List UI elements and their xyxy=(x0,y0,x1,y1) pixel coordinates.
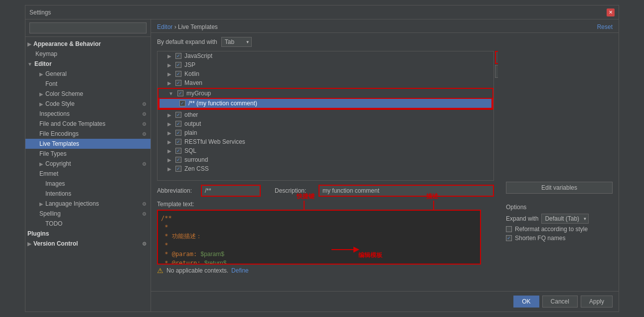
define-link[interactable]: Define xyxy=(231,267,249,274)
cancel-button[interactable]: Cancel xyxy=(542,296,578,308)
sidebar-item-images[interactable]: Images xyxy=(25,179,151,189)
template-surround[interactable]: ▶ surround xyxy=(158,155,493,164)
template-label: other xyxy=(184,111,198,118)
ok-button[interactable]: OK xyxy=(513,296,539,308)
template-jsp[interactable]: ▶ JSP xyxy=(158,60,493,69)
sidebar-item-file-code-templates[interactable]: File and Code Templates ⚙ xyxy=(25,119,151,129)
templates-col: ▶ JavaScript ▶ JSP xyxy=(157,51,498,287)
gear-icon: ⚙ xyxy=(142,211,147,217)
no-context-text: No applicable contexts. xyxy=(166,267,228,274)
sidebar-item-appearance[interactable]: ▶ Appearance & Behavior xyxy=(25,39,151,49)
template-output[interactable]: ▶ output xyxy=(158,119,493,128)
template-label: JSP xyxy=(184,61,195,68)
sidebar-item-code-style[interactable]: ▶ Code Style ⚙ xyxy=(25,99,151,109)
sidebar-item-language-injections[interactable]: ▶ Language Injections ⚙ xyxy=(25,199,151,209)
template-plain[interactable]: ▶ plain xyxy=(158,128,493,137)
add-template-button[interactable]: + xyxy=(495,51,498,64)
template-other[interactable]: ▶ other xyxy=(158,110,493,119)
expand-with-dropdown[interactable]: Default (Tab) Tab Space Enter xyxy=(541,214,589,224)
annotation-edit: 编辑模板 xyxy=(331,242,382,260)
expand-arrow-icon: ▶ xyxy=(167,53,171,59)
checkbox-maven[interactable] xyxy=(175,80,181,86)
shorten-fq-row: Shorten FQ names xyxy=(506,235,613,242)
breadcrumb-editor[interactable]: Editor xyxy=(157,23,172,30)
template-label: Kotlin xyxy=(184,70,199,77)
reset-link[interactable]: Reset xyxy=(597,23,613,30)
description-input[interactable] xyxy=(319,185,494,197)
template-javascript[interactable]: ▶ JavaScript xyxy=(158,51,493,60)
expand-arrow-icon: ▶ xyxy=(167,80,171,86)
template-label: /** (my function comment) xyxy=(188,100,257,107)
close-button[interactable]: ✕ xyxy=(607,8,615,16)
sidebar-item-general[interactable]: ▶ General xyxy=(25,69,151,79)
template-label: JavaScript xyxy=(184,52,212,59)
templates-list-container: ▶ JavaScript ▶ JSP xyxy=(157,51,494,181)
checkbox-func-comment[interactable] xyxy=(179,100,185,106)
checkbox-sql[interactable] xyxy=(175,148,181,154)
sidebar-item-copyright[interactable]: ▶ Copyright ⚙ xyxy=(25,159,151,169)
checkbox-kotlin[interactable] xyxy=(175,71,181,77)
template-sql[interactable]: ▶ SQL xyxy=(158,146,493,155)
checkbox-surround[interactable] xyxy=(175,157,181,163)
edit-variables-button[interactable]: Edit variables xyxy=(506,182,613,194)
expand-dropdown-wrapper: Tab Space Enter xyxy=(221,37,252,47)
templates-list: ▶ JavaScript ▶ JSP xyxy=(157,51,494,181)
sidebar-item-label: Inspections xyxy=(39,110,70,117)
sidebar-item-live-templates[interactable]: Live Templates xyxy=(25,139,151,149)
template-mygroup[interactable]: ▼ myGroup xyxy=(159,89,492,98)
template-label: RESTful Web Services xyxy=(184,138,245,145)
template-label: SQL xyxy=(184,147,196,154)
checkbox-zen-css[interactable] xyxy=(175,166,181,172)
checkbox-plain[interactable] xyxy=(175,130,181,136)
sidebar-item-file-types[interactable]: File Types xyxy=(25,149,151,159)
template-func-comment[interactable]: /** (my function comment) xyxy=(159,98,492,109)
right-col: Edit variables Options Expand with Defau… xyxy=(498,51,613,287)
sidebar-item-color-scheme[interactable]: ▶ Color Scheme xyxy=(25,89,151,99)
checkbox-output[interactable] xyxy=(175,121,181,127)
reformat-checkbox[interactable] xyxy=(506,226,512,232)
sidebar: ▶ Appearance & Behavior Keymap ▼ Editor … xyxy=(25,19,151,312)
shorten-fq-checkbox[interactable] xyxy=(506,235,512,241)
sidebar-item-font[interactable]: Font xyxy=(25,79,151,89)
sidebar-item-label: File Types xyxy=(39,150,66,157)
template-label: Maven xyxy=(184,79,202,86)
sidebar-item-spelling[interactable]: Spelling ⚙ xyxy=(25,209,151,219)
expand-dropdown[interactable]: Tab Space Enter xyxy=(221,37,252,47)
sidebar-item-keymap[interactable]: Keymap xyxy=(25,49,151,59)
checkbox-javascript[interactable] xyxy=(175,53,181,59)
sidebar-item-version-control[interactable]: ▶ Version Control ⚙ xyxy=(25,239,151,249)
remove-template-button[interactable]: − xyxy=(495,65,498,78)
title-bar: Settings ✕ xyxy=(25,5,619,19)
sidebar-item-editor[interactable]: ▼ Editor xyxy=(25,59,151,69)
expand-arrow-icon: ▶ xyxy=(167,112,171,118)
checkbox-jsp[interactable] xyxy=(175,62,181,68)
template-restful[interactable]: ▶ RESTful Web Services xyxy=(158,137,493,146)
template-text-area[interactable]: /** * * 功能描述： * * @param: $param$ * @ret… xyxy=(157,210,481,265)
sidebar-item-todo[interactable]: TODO xyxy=(25,219,151,229)
sidebar-item-file-encodings[interactable]: File Encodings ⚙ xyxy=(25,129,151,139)
apply-button[interactable]: Apply xyxy=(581,296,613,308)
arrow-icon: ▶ xyxy=(39,71,43,77)
search-input[interactable] xyxy=(29,22,147,33)
sidebar-item-intentions[interactable]: Intentions xyxy=(25,189,151,199)
checkbox-mygroup[interactable] xyxy=(177,90,183,96)
reformat-label: Reformat according to style xyxy=(515,226,588,233)
breadcrumb-page: Live Templates xyxy=(178,23,218,30)
checkbox-other[interactable] xyxy=(175,112,181,118)
template-zen-css[interactable]: ▶ Zen CSS xyxy=(158,164,493,173)
window-title: Settings xyxy=(29,9,607,16)
gear-icon: ⚙ xyxy=(142,241,147,247)
template-kotlin[interactable]: ▶ Kotlin xyxy=(158,69,493,78)
annotation-arrow-edit xyxy=(331,242,361,257)
checkbox-restful[interactable] xyxy=(175,139,181,145)
sidebar-item-label: TODO xyxy=(45,220,62,227)
sidebar-item-plugins[interactable]: Plugins xyxy=(25,229,151,239)
sidebar-item-emmet[interactable]: Emmet xyxy=(25,169,151,179)
expand-arrow-icon: ▼ xyxy=(168,91,173,96)
sidebar-item-inspections[interactable]: Inspections ⚙ xyxy=(25,109,151,119)
sidebar-item-label: General xyxy=(45,70,67,77)
template-maven[interactable]: ▶ Maven xyxy=(158,78,493,87)
abbreviation-input[interactable] xyxy=(201,185,261,197)
expand-arrow-icon: ▶ xyxy=(167,157,171,163)
sidebar-item-label: Intentions xyxy=(45,190,71,197)
